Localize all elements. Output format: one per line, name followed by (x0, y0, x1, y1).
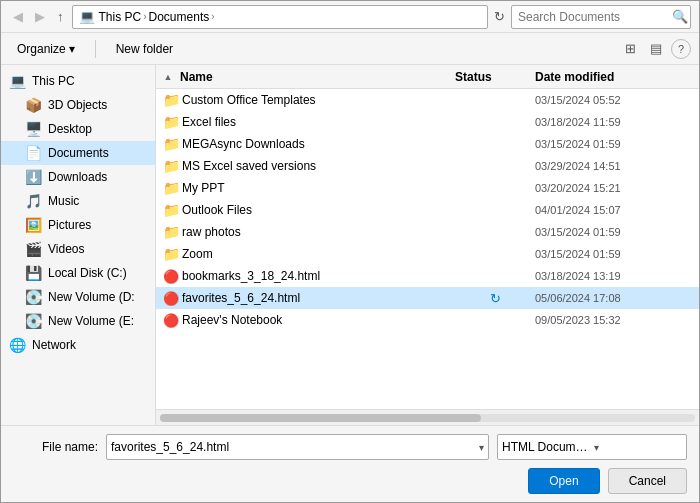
sidebar-item-local-disk-c[interactable]: 💾 Local Disk (C:) (1, 261, 155, 285)
folder-icon: 📁 (160, 180, 182, 196)
filetype-combo[interactable]: HTML Document (*.html) ▾ (497, 434, 687, 460)
breadcrumb: This PC › Documents › (99, 10, 215, 24)
file-name: MEGAsync Downloads (182, 137, 455, 151)
sidebar-label-music: Music (48, 194, 147, 208)
file-name: Rajeev's Notebook (182, 313, 455, 327)
search-input[interactable] (518, 10, 668, 24)
bottom-bar: File name: ▾ HTML Document (*.html) ▾ Op… (1, 425, 699, 502)
table-row[interactable]: 📁 Outlook Files 04/01/2024 15:07 (156, 199, 699, 221)
crumb-documents: Documents (149, 10, 210, 24)
filetype-dropdown-arrow[interactable]: ▾ (594, 442, 682, 453)
file-area: ▲ Name Status Date modified 📁 Custom Off… (156, 65, 699, 425)
crumb-sep1: › (143, 11, 146, 22)
table-row[interactable]: 📁 Zoom 03/15/2024 01:59 (156, 243, 699, 265)
folder-icon: 📁 (160, 202, 182, 218)
open-button[interactable]: Open (528, 468, 599, 494)
new-volume-e-icon: 💽 (25, 313, 42, 329)
file-name: raw photos (182, 225, 455, 239)
sidebar-item-pictures[interactable]: 🖼️ Pictures (1, 213, 155, 237)
documents-icon: 📄 (25, 145, 42, 161)
filename-combo[interactable]: ▾ (106, 434, 489, 460)
file-status-sync: ↻ (455, 291, 535, 306)
filename-row: File name: ▾ HTML Document (*.html) ▾ (13, 434, 687, 460)
horizontal-scrollbar[interactable] (156, 409, 699, 425)
title-bar: ◀ ▶ ↑ 💻 This PC › Documents › ↻ 🔍 (1, 1, 699, 33)
scrollbar-track (160, 414, 695, 422)
up-button[interactable]: ↑ (53, 7, 68, 26)
folder-icon: 📁 (160, 158, 182, 174)
folder-icon: 📁 (160, 136, 182, 152)
this-pc-icon: 💻 (9, 73, 26, 89)
table-row[interactable]: 📁 MS Excel saved versions 03/29/2024 14:… (156, 155, 699, 177)
filename-input[interactable] (111, 440, 475, 454)
sidebar-item-new-volume-d[interactable]: 💽 New Volume (D: (1, 285, 155, 309)
scrollbar-thumb (160, 414, 481, 422)
organize-button[interactable]: Organize ▾ (9, 39, 83, 59)
table-row[interactable]: 🔴 bookmarks_3_18_24.html 03/18/2024 13:1… (156, 265, 699, 287)
sidebar-label-pictures: Pictures (48, 218, 147, 232)
file-date: 03/15/2024 05:52 (535, 94, 675, 106)
folder-icon: 📁 (160, 92, 182, 108)
filetype-value: HTML Document (*.html) (502, 440, 590, 454)
table-row[interactable]: 📁 Excel files 03/18/2024 11:59 (156, 111, 699, 133)
cancel-button[interactable]: Cancel (608, 468, 687, 494)
address-bar[interactable]: 💻 This PC › Documents › (72, 5, 489, 29)
sidebar-item-new-volume-e[interactable]: 💽 New Volume (E: (1, 309, 155, 333)
sidebar-label-this-pc: This PC (32, 74, 147, 88)
sidebar-item-this-pc[interactable]: 💻 This PC (1, 69, 155, 93)
toolbar: Organize ▾ New folder ⊞ ▤ ? (1, 33, 699, 65)
table-row[interactable]: 📁 Custom Office Templates 03/15/2024 05:… (156, 89, 699, 111)
table-row[interactable]: 📁 MEGAsync Downloads 03/15/2024 01:59 (156, 133, 699, 155)
html-icon: 🔴 (160, 291, 182, 306)
crumb-thispc: This PC (99, 10, 142, 24)
sidebar-label-videos: Videos (48, 242, 147, 256)
file-date: 09/05/2023 15:32 (535, 314, 675, 326)
view-icon1-button[interactable]: ⊞ (620, 38, 641, 59)
table-row[interactable]: 🔴 Rajeev's Notebook 09/05/2023 15:32 (156, 309, 699, 331)
notebook-icon: 🔴 (160, 313, 182, 328)
new-folder-button[interactable]: New folder (108, 39, 181, 59)
table-row[interactable]: 📁 raw photos 03/15/2024 01:59 (156, 221, 699, 243)
file-date: 03/29/2024 14:51 (535, 160, 675, 172)
sidebar-item-music[interactable]: 🎵 Music (1, 189, 155, 213)
sidebar: 💻 This PC 📦 3D Objects 🖥️ Desktop 📄 Docu… (1, 65, 156, 425)
refresh-button[interactable]: ↻ (492, 7, 507, 26)
sidebar-label-local-disk-c: Local Disk (C:) (48, 266, 147, 280)
organize-arrow: ▾ (69, 42, 75, 56)
videos-icon: 🎬 (25, 241, 42, 257)
file-date: 03/18/2024 13:19 (535, 270, 675, 282)
network-icon: 🌐 (9, 337, 26, 353)
file-name: My PPT (182, 181, 455, 195)
view-icon1: ⊞ (625, 41, 636, 56)
sidebar-label-documents: Documents (48, 146, 147, 160)
forward-button[interactable]: ▶ (31, 7, 49, 26)
sidebar-item-network[interactable]: 🌐 Network (1, 333, 155, 357)
filename-dropdown-arrow[interactable]: ▾ (479, 442, 484, 453)
sidebar-item-desktop[interactable]: 🖥️ Desktop (1, 117, 155, 141)
sidebar-item-3d-objects[interactable]: 📦 3D Objects (1, 93, 155, 117)
file-name: Custom Office Templates (182, 93, 455, 107)
new-volume-d-icon: 💽 (25, 289, 42, 305)
folder-icon: 📁 (160, 114, 182, 130)
3d-objects-icon: 📦 (25, 97, 42, 113)
file-date: 05/06/2024 17:08 (535, 292, 675, 304)
filename-label: File name: (13, 440, 98, 454)
col-date-header[interactable]: Date modified (535, 70, 675, 84)
file-open-dialog: ◀ ▶ ↑ 💻 This PC › Documents › ↻ 🔍 Organi… (0, 0, 700, 503)
col-status-header[interactable]: Status (455, 70, 535, 84)
sidebar-label-desktop: Desktop (48, 122, 147, 136)
sidebar-item-documents[interactable]: 📄 Documents (1, 141, 155, 165)
table-row[interactable]: 🔴 favorites_5_6_24.html ↻ 05/06/2024 17:… (156, 287, 699, 309)
file-name: Zoom (182, 247, 455, 261)
back-button[interactable]: ◀ (9, 7, 27, 26)
view-icon2-button[interactable]: ▤ (645, 38, 667, 59)
column-header: ▲ Name Status Date modified (156, 65, 699, 89)
help-icon: ? (678, 43, 684, 55)
sidebar-item-downloads[interactable]: ⬇️ Downloads (1, 165, 155, 189)
sidebar-item-videos[interactable]: 🎬 Videos (1, 237, 155, 261)
col-name-header[interactable]: Name (176, 70, 455, 84)
toolbar-separator (95, 40, 96, 58)
table-row[interactable]: 📁 My PPT 03/20/2024 15:21 (156, 177, 699, 199)
help-button[interactable]: ? (671, 39, 691, 59)
sort-up-button[interactable]: ▲ (160, 69, 176, 85)
